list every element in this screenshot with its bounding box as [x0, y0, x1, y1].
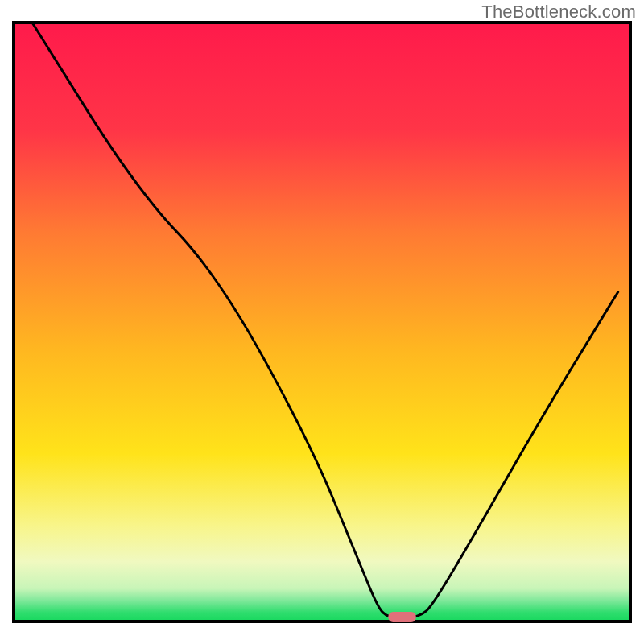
- plot-area: [14, 23, 630, 621]
- optimal-zone-marker: [388, 612, 415, 622]
- chart-container: TheBottleneck.com: [0, 0, 644, 644]
- bottleneck-chart: [0, 0, 644, 644]
- gradient-background: [14, 23, 630, 621]
- watermark-text: TheBottleneck.com: [481, 2, 636, 23]
